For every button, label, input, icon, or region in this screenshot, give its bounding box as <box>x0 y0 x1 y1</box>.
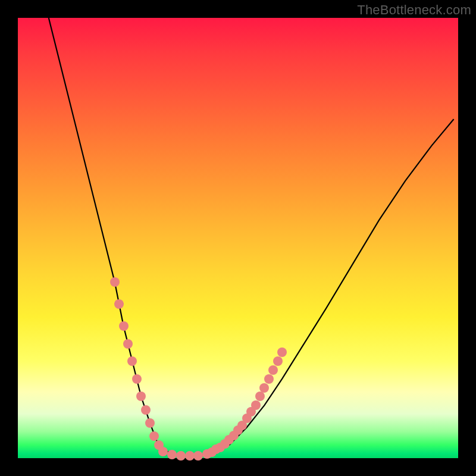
bottleneck-curve-path <box>49 18 454 456</box>
bottleneck-curve <box>18 18 458 458</box>
watermark-text: TheBottleneck.com <box>357 2 471 18</box>
